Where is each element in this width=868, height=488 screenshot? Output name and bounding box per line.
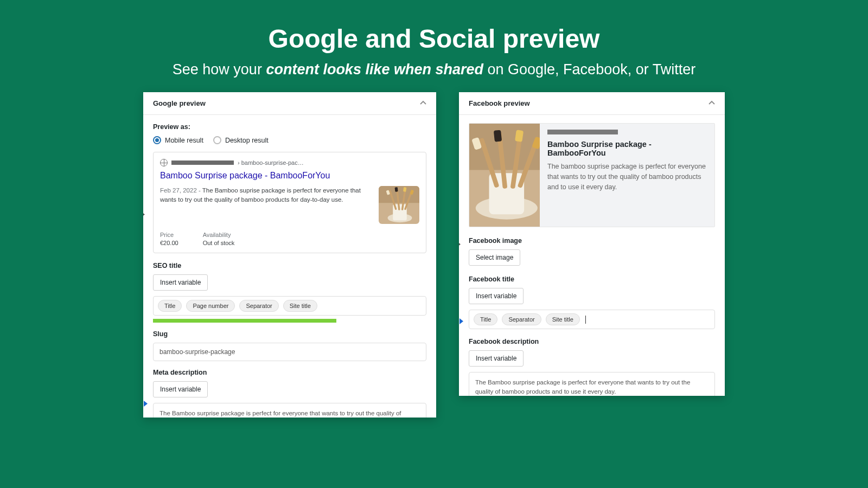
radio-mobile-result[interactable]: Mobile result (153, 136, 203, 144)
text-cursor (585, 316, 586, 324)
availability-label: Availability (203, 232, 235, 238)
availability-value: Out of stock (203, 240, 235, 246)
caret-right-icon (459, 240, 461, 249)
facebook-preview-card: Facebook preview Bamboo Surprise package… (459, 92, 725, 396)
slug-input[interactable]: bamboo-surprise-package (153, 343, 426, 361)
facebook-share-preview: Bamboo Surprise package - BambooForYou T… (469, 123, 715, 227)
seo-title-progress (153, 319, 336, 323)
pill-page-number[interactable]: Page number (186, 300, 235, 312)
price-label: Price (160, 232, 178, 238)
facebook-image-label: Facebook image (469, 237, 715, 245)
url-placeholder-bar (171, 160, 234, 165)
preview-as-label: Preview as: (153, 123, 426, 131)
seo-title-label: SEO title (153, 262, 426, 269)
pill-site-title[interactable]: Site title (283, 300, 317, 312)
facebook-desc-input[interactable]: The Bamboo surprise package is perfect f… (469, 372, 715, 396)
page-subtitle: See how your content looks like when sha… (0, 61, 868, 78)
facebook-desc-label: Facebook description (469, 338, 715, 345)
facebook-card-header[interactable]: Facebook preview (459, 92, 725, 115)
select-image-button[interactable]: Select image (469, 249, 520, 266)
google-card-title: Google preview (153, 99, 206, 107)
page-title: Google and Social preview (0, 24, 868, 54)
pill-separator[interactable]: Separator (502, 313, 541, 325)
chevron-up-icon (419, 100, 426, 107)
facebook-card-title: Facebook preview (469, 99, 530, 107)
radio-desktop-result[interactable]: Desktop result (213, 136, 269, 144)
meta-desc-label: Meta description (153, 369, 426, 376)
facebook-url-bar (547, 130, 618, 134)
pill-separator[interactable]: Separator (239, 300, 278, 312)
meta-description-input[interactable]: The Bamboo surprise package is perfect f… (153, 403, 426, 418)
insert-variable-button[interactable]: Insert variable (469, 350, 524, 367)
facebook-share-title: Bamboo Surprise package - BambooForYou (547, 140, 707, 157)
serp-title: Bamboo Surprise package - BambooForYou (160, 171, 419, 181)
radio-icon (153, 136, 161, 144)
google-card-header[interactable]: Google preview (143, 92, 436, 115)
pill-title[interactable]: Title (158, 300, 182, 312)
google-preview-card: Google preview Preview as: Mobile result… (143, 92, 436, 418)
seo-title-input[interactable]: Title Page number Separator Site title (153, 296, 426, 316)
radio-icon (213, 136, 221, 144)
insert-variable-button[interactable]: Insert variable (469, 288, 524, 304)
pill-site-title[interactable]: Site title (546, 313, 580, 325)
breadcrumb: › bamboo-surprise-pac… (238, 159, 304, 166)
price-value: €20.00 (160, 240, 178, 246)
caret-right-icon (459, 317, 464, 327)
chevron-up-icon (708, 100, 715, 107)
pill-title[interactable]: Title (474, 313, 497, 325)
slug-label: Slug (153, 330, 426, 338)
facebook-title-label: Facebook title (469, 275, 715, 283)
insert-variable-button[interactable]: Insert variable (153, 381, 208, 397)
caret-right-icon (143, 210, 145, 220)
facebook-title-input[interactable]: Title Separator Site title (469, 310, 715, 329)
facebook-share-desc: The bamboo suprise package is perfect fo… (547, 162, 707, 192)
serp-thumbnail (379, 186, 419, 224)
insert-variable-button[interactable]: Insert variable (153, 274, 208, 291)
facebook-preview-image (469, 124, 540, 227)
serp-description: Feb 27, 2022 - The Bamboo suprise packag… (160, 186, 371, 224)
google-serp-preview: › bamboo-surprise-pac… Bamboo Surprise p… (153, 152, 426, 253)
caret-right-icon (144, 400, 149, 409)
globe-icon (160, 159, 168, 166)
